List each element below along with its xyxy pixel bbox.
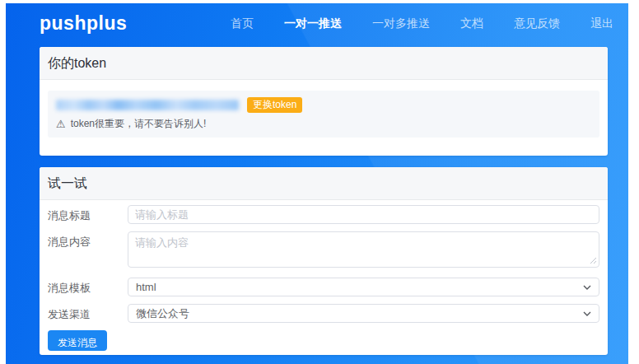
token-card-title: 你的token — [40, 47, 608, 80]
send-channel-label: 发送渠道 — [48, 304, 128, 323]
token-row: 更换token — [56, 97, 591, 113]
token-warning-text: token很重要，请不要告诉别人! — [71, 117, 207, 131]
form-row-template: 消息模板 html — [48, 278, 599, 296]
top-navbar: pushplus 首页 一对一推送 一对多推送 文档 意见反馈 退出 — [6, 3, 628, 44]
form-row-channel: 发送渠道 微信公众号 — [48, 304, 599, 323]
nav-item-logout[interactable]: 退出 — [590, 16, 613, 31]
token-warning: ⚠ token很重要，请不要告诉别人! — [56, 117, 591, 131]
nav-item-one-to-many-push[interactable]: 一对多推送 — [372, 16, 430, 31]
chevron-down-icon — [583, 285, 591, 290]
change-token-button[interactable]: 更换token — [247, 97, 302, 113]
try-form: 消息标题 消息内容 消息模板 — [40, 200, 608, 355]
token-card-body: 更换token ⚠ token很重要，请不要告诉别人! — [40, 80, 608, 156]
warning-icon: ⚠ — [56, 118, 66, 130]
nav-item-one-to-one-push[interactable]: 一对一推送 — [284, 16, 342, 31]
chevron-down-icon — [583, 311, 591, 316]
message-template-label: 消息模板 — [48, 278, 128, 296]
token-card: 你的token 更换token ⚠ token很重要，请不要告诉别人! — [40, 47, 608, 156]
token-value-blurred — [56, 100, 239, 110]
page-background: pushplus 首页 一对一推送 一对多推送 文档 意见反馈 退出 你的tok… — [6, 3, 628, 364]
brand-logo[interactable]: pushplus — [40, 12, 127, 35]
form-row-title: 消息标题 — [48, 205, 599, 224]
token-box: 更换token ⚠ token很重要，请不要告诉别人! — [48, 91, 599, 138]
nav-menu: 首页 一对一推送 一对多推送 文档 意见反馈 退出 — [231, 16, 613, 31]
message-content-textarea[interactable] — [128, 231, 599, 268]
message-content-label: 消息内容 — [48, 231, 128, 268]
page-content: 你的token 更换token ⚠ token很重要，请不要告诉别人! 试一试 — [6, 44, 628, 364]
message-title-input[interactable] — [128, 205, 599, 224]
nav-item-docs[interactable]: 文档 — [460, 16, 483, 31]
nav-item-home[interactable]: 首页 — [231, 16, 254, 31]
nav-item-feedback[interactable]: 意见反馈 — [514, 16, 560, 31]
form-row-content: 消息内容 — [48, 231, 599, 268]
template-selected-value: html — [136, 281, 156, 293]
channel-selected-value: 微信公众号 — [136, 306, 189, 321]
try-card-title: 试一试 — [40, 167, 608, 200]
message-template-select[interactable]: html — [128, 278, 599, 296]
message-title-label: 消息标题 — [48, 205, 128, 224]
textarea-resize-grip[interactable] — [590, 257, 597, 264]
send-message-button[interactable]: 发送消息 — [48, 330, 107, 351]
try-card: 试一试 消息标题 消息内容 — [40, 167, 608, 355]
send-channel-select[interactable]: 微信公众号 — [128, 304, 599, 323]
